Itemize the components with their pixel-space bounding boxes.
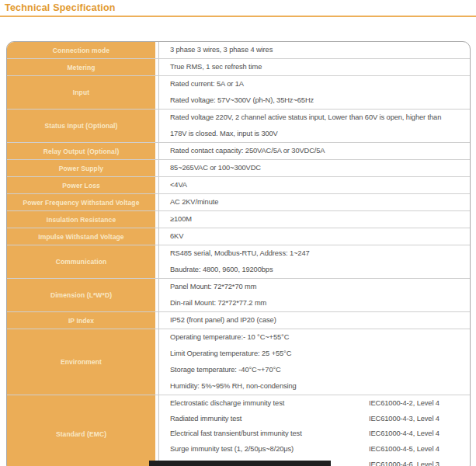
spec-label: Metering (7, 59, 158, 75)
spec-value-line: <4VA (170, 177, 456, 193)
spec-value: Operating temperature:- 10 °C~+55°CLimit… (158, 329, 470, 395)
spec-label: Communication (7, 245, 158, 278)
spec-value-line: Din-rail Mount: 72*72*77.2 mm (170, 295, 456, 311)
spec-label: Standard (EMC) (7, 395, 158, 466)
spec-label: Power Supply (7, 160, 158, 176)
spec-row: Relay Output (Optional)Rated contact cap… (7, 142, 470, 159)
emc-test-name: Surge immunity test (1, 2/50μs~8/20μs) (170, 445, 369, 453)
spec-row: Impulse Withstand Voltage6KV (7, 228, 470, 245)
spec-value-line: Limit Operating temperature: 25 +55°C (170, 346, 456, 362)
spec-label: Dimension (L*W*D) (7, 279, 158, 311)
spec-value-line: AC 2KV/minute (170, 194, 456, 210)
spec-value: 6KV (158, 228, 470, 245)
spec-row: EnvironmentOperating temperature:- 10 °C… (7, 329, 470, 395)
emc-test-name: Electrical fast transient/burst immunity… (170, 429, 369, 437)
spec-value: Panel Mount: 72*72*70 mmDin-rail Mount: … (158, 279, 470, 311)
spec-value-line: 6KV (170, 228, 456, 245)
spec-value-line: Storage temperature: -40°C~+70°C (170, 362, 456, 378)
spec-row: MeteringTrue RMS, 1 sec refresh time (7, 58, 470, 75)
emc-test-row: Electrical fast transient/burst immunity… (170, 426, 460, 442)
spec-value-line: True RMS, 1 sec refresh time (170, 59, 456, 75)
spec-value-line: Rated current: 5A or 1A (170, 76, 456, 92)
emc-standard-level: IEC61000-4-6, Level 3 (369, 461, 460, 466)
spec-table: Connection mode3 phase 3 wires, 3 phase … (6, 41, 471, 466)
spec-value: <4VA (158, 177, 470, 193)
spec-value-line: Rated voltage 220V, 2 channel active sta… (170, 110, 456, 142)
emc-standard-level: IEC61000-4-3, Level 4 (369, 415, 460, 423)
spec-value-line: Panel Mount: 72*72*70 mm (170, 279, 456, 295)
spec-value: Rated voltage 220V, 2 channel active sta… (158, 110, 470, 142)
spec-value-line: 85~265VAC or 100~300VDC (170, 160, 456, 176)
spec-value: RS485 serial, Modbus-RTU, Address: 1~247… (158, 245, 470, 278)
spec-value: IP52 (front panel) and IP20 (case) (158, 312, 470, 329)
spec-label: Connection mode (7, 42, 158, 58)
title-underline (0, 16, 476, 17)
spec-label: Power Loss (7, 177, 158, 193)
spec-label: Power Frequency Withstand Voltage (7, 194, 158, 210)
emc-test-row: Electrostatic discharge immunity testIEC… (170, 395, 460, 411)
spec-value-line: Rated contact capacity: 250VAC/5A or 30V… (170, 143, 456, 159)
spec-label: Relay Output (Optional) (7, 143, 158, 159)
spec-row: Power Loss<4VA (7, 176, 470, 193)
bottom-image-strip (149, 461, 331, 466)
emc-test-name: Electrostatic discharge immunity test (170, 399, 369, 407)
spec-value: Rated current: 5A or 1ARated voltage: 57… (158, 76, 470, 109)
spec-value-line: IP52 (front panel) and IP20 (case) (170, 312, 456, 329)
emc-standard-level: IEC61000-4-2, Level 4 (369, 399, 460, 407)
spec-row: Standard (EMC)Electrostatic discharge im… (7, 395, 470, 466)
spec-value-line: 3 phase 3 wires, 3 phase 4 wires (170, 42, 456, 58)
spec-row: Power Frequency Withstand VoltageAC 2KV/… (7, 193, 470, 210)
spec-label: Input (7, 76, 158, 109)
spec-row: IP IndexIP52 (front panel) and IP20 (cas… (7, 311, 470, 329)
spec-row: Insulation Resistance≥100M (7, 210, 470, 228)
spec-row: Connection mode3 phase 3 wires, 3 phase … (7, 42, 470, 58)
emc-test-name: Radiated immunity test (170, 415, 369, 423)
spec-value: True RMS, 1 sec refresh time (158, 59, 470, 75)
spec-value-line: Rated voltage: 57V~300V (ph-N), 35Hz~65H… (170, 92, 456, 109)
spec-value: ≥100M (158, 211, 470, 228)
spec-value: AC 2KV/minute (158, 194, 470, 210)
emc-test-row: Radiated immunity testIEC61000-4-3, Leve… (170, 411, 460, 426)
emc-standard-level: IEC61000-4-5, Level 4 (369, 445, 460, 453)
spec-value-line: Operating temperature:- 10 °C~+55°C (170, 329, 456, 346)
spec-value-line: Baudrate: 4800, 9600, 19200bps (170, 262, 456, 278)
spec-label: Status Input (Optional) (7, 110, 158, 142)
spec-value: Electrostatic discharge immunity testIEC… (158, 395, 470, 466)
spec-value-line: RS485 serial, Modbus-RTU, Address: 1~247 (170, 245, 456, 262)
spec-value-line: Humidity: 5%~95% RH, non-condensing (170, 378, 456, 395)
spec-label: IP Index (7, 312, 158, 329)
spec-value: 85~265VAC or 100~300VDC (158, 160, 470, 176)
page-header: Technical Specification (0, 0, 476, 13)
emc-test-row: Surge immunity test (1, 2/50μs~8/20μs)IE… (170, 441, 460, 457)
spec-row: Power Supply85~265VAC or 100~300VDC (7, 159, 470, 176)
spec-value: Rated contact capacity: 250VAC/5A or 30V… (158, 143, 470, 159)
spec-row: Dimension (L*W*D)Panel Mount: 72*72*70 m… (7, 278, 470, 311)
spec-row: Status Input (Optional)Rated voltage 220… (7, 109, 470, 142)
spec-row: CommunicationRS485 serial, Modbus-RTU, A… (7, 245, 470, 278)
spec-row: InputRated current: 5A or 1ARated voltag… (7, 75, 470, 109)
spec-label: Impulse Withstand Voltage (7, 228, 158, 245)
emc-standard-level: IEC61000-4-4, Level 4 (369, 429, 460, 437)
spec-value-line: ≥100M (170, 211, 456, 228)
page-title: Technical Specification (5, 2, 476, 13)
spec-value: 3 phase 3 wires, 3 phase 4 wires (158, 42, 470, 58)
spec-label: Environment (7, 329, 158, 395)
spec-label: Insulation Resistance (7, 211, 158, 228)
